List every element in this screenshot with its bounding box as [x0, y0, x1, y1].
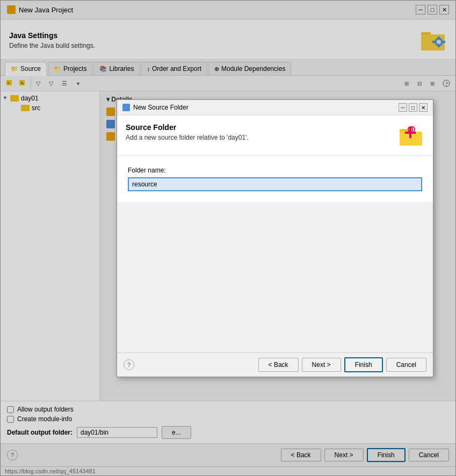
dialog-help-button[interactable]: ?: [124, 359, 134, 370]
dialog-back-button[interactable]: < Back: [258, 358, 299, 372]
dialog-cancel-button[interactable]: Cancel: [386, 358, 426, 372]
dialog-title-controls: ─ □ ✕: [399, 103, 428, 112]
dialog-footer: ? < Back Next > Finish Cancel: [117, 352, 433, 377]
dialog-finish-button[interactable]: Finish: [344, 357, 383, 372]
folder-name-label: Folder name:: [128, 167, 422, 174]
dialog-header-subtitle: Add a new source folder relative to 'day…: [126, 134, 249, 141]
dialog-titlebar: New Source Folder ─ □ ✕: [117, 100, 433, 116]
dialog-header-title: Source Folder: [126, 123, 249, 132]
dialog-title-text: New Source Folder: [133, 104, 189, 111]
dialog-header: Source Folder Add a new source folder re…: [117, 116, 433, 156]
new-source-folder-dialog: New Source Folder ─ □ ✕ Source Folder Ad…: [117, 99, 433, 377]
dialog-footer-left: ?: [124, 359, 134, 370]
dialog-header-icon: [399, 123, 424, 149]
dialog-minimize-button[interactable]: ─: [399, 103, 407, 112]
dialog-next-button[interactable]: Next >: [302, 358, 341, 372]
dialog-folder-svg: [399, 123, 424, 149]
dialog-overlay: New Source Folder ─ □ ✕ Source Folder Ad…: [0, 0, 456, 476]
dialog-maximize-button[interactable]: □: [409, 103, 417, 112]
dialog-header-text: Source Folder Add a new source folder re…: [126, 123, 249, 141]
dialog-footer-right: < Back Next > Finish Cancel: [258, 357, 426, 372]
dialog-title-left: New Source Folder: [122, 104, 189, 111]
folder-name-input[interactable]: [128, 177, 422, 191]
dialog-spacer: [117, 202, 433, 352]
dialog-close-button[interactable]: ✕: [419, 103, 428, 112]
dialog-body: Folder name:: [117, 156, 433, 202]
dialog-title-icon: [122, 104, 130, 111]
main-window: New Java Project ─ □ ✕ Java Settings Def…: [0, 0, 456, 476]
